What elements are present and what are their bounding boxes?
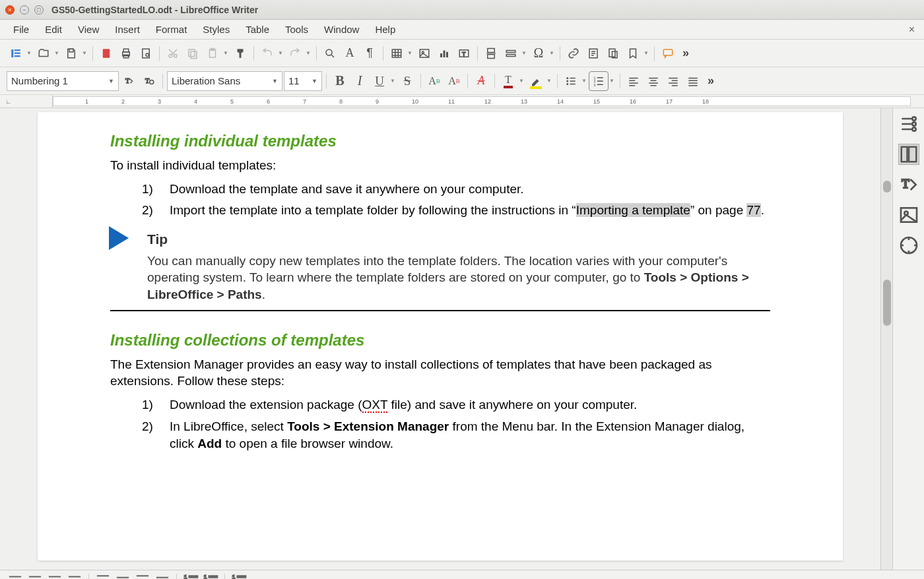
insert-table-button[interactable] bbox=[387, 44, 406, 63]
dropdown-arrow-icon[interactable]: ▼ bbox=[546, 78, 553, 84]
sidebar-navigator-icon[interactable] bbox=[898, 235, 919, 256]
sidebar-gallery-icon[interactable] bbox=[898, 204, 919, 226]
scrollbar-thumb[interactable] bbox=[883, 181, 891, 193]
dropdown-arrow-icon[interactable]: ▼ bbox=[306, 50, 312, 56]
no-number-button[interactable]: 1 bbox=[182, 574, 199, 580]
menu-file[interactable]: File bbox=[5, 21, 37, 38]
formatting-marks-button[interactable]: ¶ bbox=[360, 44, 379, 63]
insert-image-button[interactable] bbox=[415, 44, 434, 63]
paragraph-style-combo[interactable]: Numbering 1▼ bbox=[7, 71, 119, 91]
paste-button[interactable] bbox=[203, 44, 222, 63]
new-style-button[interactable]: T bbox=[140, 72, 158, 90]
subscript-button[interactable]: AB bbox=[445, 72, 463, 90]
align-right-button[interactable] bbox=[664, 72, 682, 90]
move-up-button[interactable] bbox=[94, 574, 112, 580]
footnote-button[interactable] bbox=[584, 44, 603, 63]
underline-button[interactable]: U bbox=[370, 72, 389, 90]
document-page[interactable]: Installing individual templates To insta… bbox=[38, 112, 843, 561]
move-up-sub-button[interactable] bbox=[134, 574, 151, 580]
dropdown-arrow-icon[interactable]: ▼ bbox=[407, 50, 414, 56]
export-pdf-button[interactable] bbox=[97, 44, 116, 63]
endnote-button[interactable] bbox=[604, 44, 622, 63]
toolbar-overflow-button[interactable]: » bbox=[704, 74, 718, 88]
dropdown-arrow-icon[interactable]: ▼ bbox=[82, 50, 88, 56]
special-char-button[interactable]: Ω bbox=[529, 44, 548, 63]
document-viewport[interactable]: Installing individual templates To insta… bbox=[0, 108, 880, 570]
menu-edit[interactable]: Edit bbox=[37, 21, 70, 38]
redo-button[interactable] bbox=[286, 44, 304, 63]
demote-sub-button[interactable] bbox=[46, 574, 63, 580]
toolbar-overflow-button[interactable]: » bbox=[678, 46, 693, 60]
window-maximize-button[interactable]: □ bbox=[34, 5, 44, 15]
move-down-sub-button[interactable] bbox=[154, 574, 171, 580]
demote-button[interactable] bbox=[7, 574, 24, 580]
dropdown-arrow-icon[interactable]: ▼ bbox=[223, 50, 230, 56]
undo-button[interactable] bbox=[258, 44, 277, 63]
insert-field-button[interactable] bbox=[502, 44, 520, 63]
dropdown-arrow-icon[interactable]: ▼ bbox=[390, 78, 397, 84]
window-close-button[interactable]: × bbox=[5, 5, 15, 15]
print-button[interactable] bbox=[117, 44, 135, 63]
page-reference[interactable]: 77 bbox=[746, 203, 760, 217]
menu-table[interactable]: Table bbox=[238, 21, 277, 38]
menu-styles[interactable]: Styles bbox=[195, 21, 238, 38]
align-justify-button[interactable] bbox=[684, 72, 702, 90]
page-break-button[interactable] bbox=[482, 44, 500, 63]
scrollbar-thumb[interactable] bbox=[883, 280, 891, 326]
print-preview-button[interactable] bbox=[137, 44, 155, 63]
menu-tools[interactable]: Tools bbox=[277, 21, 316, 38]
highlight-button[interactable] bbox=[527, 72, 545, 90]
dropdown-arrow-icon[interactable]: ▼ bbox=[521, 50, 528, 56]
close-document-icon[interactable]: × bbox=[909, 24, 915, 36]
insert-textbox-button[interactable]: T bbox=[455, 44, 473, 63]
font-color-button[interactable]: T bbox=[499, 72, 517, 90]
strikethrough-button[interactable]: S bbox=[398, 72, 416, 90]
dropdown-arrow-icon[interactable]: ▼ bbox=[519, 78, 525, 84]
open-button[interactable] bbox=[34, 44, 53, 63]
sidebar-toggle-button[interactable] bbox=[7, 44, 25, 63]
menu-view[interactable]: View bbox=[70, 21, 107, 38]
align-center-button[interactable] bbox=[644, 72, 663, 90]
dropdown-arrow-icon[interactable]: ▼ bbox=[549, 50, 556, 56]
save-button[interactable] bbox=[62, 44, 81, 63]
promote-button[interactable] bbox=[26, 574, 44, 580]
insert-chart-button[interactable] bbox=[435, 44, 453, 63]
update-style-button[interactable]: T bbox=[120, 72, 139, 90]
spellcheck-button[interactable]: A bbox=[341, 44, 359, 63]
vertical-scrollbar[interactable] bbox=[880, 108, 892, 570]
dropdown-arrow-icon[interactable]: ▼ bbox=[54, 50, 61, 56]
cross-reference-link[interactable]: Importing a template bbox=[576, 203, 690, 217]
cut-button[interactable] bbox=[164, 44, 182, 63]
numbered-list-button[interactable]: 123 bbox=[589, 72, 608, 90]
promote-sub-button[interactable] bbox=[66, 574, 83, 580]
bullet-list-button[interactable] bbox=[562, 72, 580, 90]
find-button[interactable] bbox=[321, 44, 339, 63]
move-down-button[interactable] bbox=[114, 574, 131, 580]
menu-format[interactable]: Format bbox=[148, 21, 195, 38]
font-size-combo[interactable]: 11▼ bbox=[284, 71, 322, 91]
ruler[interactable]: ∟ 1 2 3 4 5 6 7 8 9 10 11 12 13 14 15 16… bbox=[0, 95, 924, 108]
dropdown-arrow-icon[interactable]: ▼ bbox=[581, 78, 588, 84]
menu-help[interactable]: Help bbox=[367, 21, 403, 38]
dropdown-arrow-icon[interactable]: ▼ bbox=[644, 50, 650, 56]
italic-button[interactable]: I bbox=[350, 72, 369, 90]
copy-button[interactable] bbox=[183, 44, 202, 63]
restart-numbering-button[interactable]: 11 bbox=[202, 574, 219, 580]
window-minimize-button[interactable]: − bbox=[20, 5, 29, 15]
dropdown-arrow-icon[interactable]: ▼ bbox=[26, 50, 33, 56]
sidebar-settings-icon[interactable] bbox=[898, 113, 919, 135]
menu-window[interactable]: Window bbox=[316, 21, 367, 38]
hyperlink-button[interactable] bbox=[564, 44, 583, 63]
clear-formatting-button[interactable]: A bbox=[472, 72, 490, 90]
menu-insert[interactable]: Insert bbox=[107, 21, 148, 38]
font-name-combo[interactable]: Liberation Sans▼ bbox=[167, 71, 282, 91]
bullets-numbering-dialog-button[interactable]: 12 bbox=[230, 574, 248, 580]
align-left-button[interactable] bbox=[624, 72, 643, 90]
superscript-button[interactable]: AB bbox=[425, 72, 444, 90]
sidebar-styles-icon[interactable]: T bbox=[898, 174, 919, 195]
dropdown-arrow-icon[interactable]: ▼ bbox=[278, 50, 284, 56]
clone-formatting-button[interactable] bbox=[231, 44, 249, 63]
sidebar-properties-icon[interactable] bbox=[898, 144, 919, 165]
bookmark-button[interactable] bbox=[624, 44, 642, 63]
bold-button[interactable]: B bbox=[331, 72, 349, 90]
